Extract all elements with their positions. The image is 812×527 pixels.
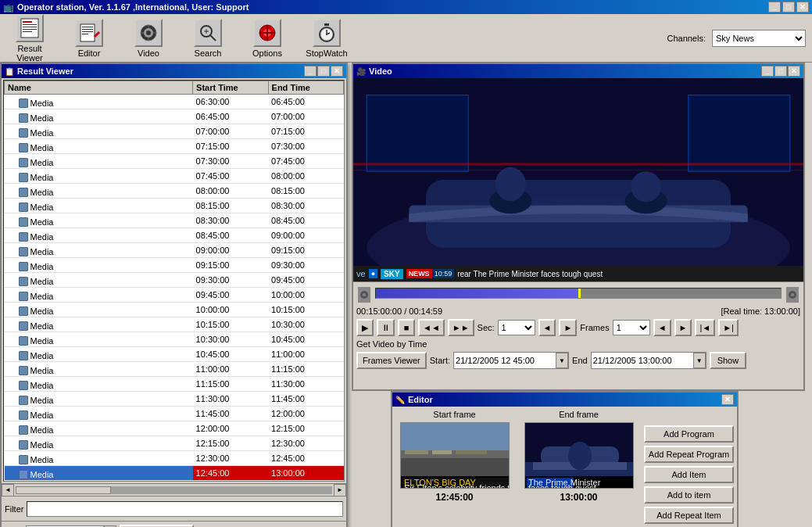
minimize-btn[interactable]: _ (768, 2, 781, 13)
refresh-viewer-btn[interactable]: Refresh Viewer (120, 525, 194, 528)
tool-search[interactable]: Search (184, 19, 231, 58)
add-program-btn[interactable]: Add Program (644, 425, 734, 443)
stop-btn[interactable]: ■ (398, 319, 415, 336)
tool-result-viewer[interactable]: Result Viewer (6, 14, 53, 63)
tool-stopwatch[interactable]: StopWatch (303, 19, 350, 58)
rv-close[interactable]: ✕ (331, 66, 343, 77)
table-row[interactable]: Media08:00:0008:15:00 (5, 184, 344, 199)
table-row[interactable]: Media09:45:0010:00:00 (5, 288, 344, 303)
close-btn[interactable]: ✕ (796, 2, 809, 13)
add-repeat-item-btn[interactable]: Add Repeat Item (644, 507, 734, 524)
table-row[interactable]: Media10:45:0011:00:00 (5, 347, 344, 362)
channel-select[interactable]: Sky News (712, 30, 806, 47)
table-row[interactable]: Media08:30:0008:45:00 (5, 213, 344, 228)
frame-back-btn[interactable]: ◄ (653, 319, 671, 336)
ed-close[interactable]: ✕ (721, 394, 734, 405)
frames-select[interactable]: 1 (613, 320, 650, 335)
rv-minimize[interactable]: _ (304, 66, 317, 77)
cell-name: Media (5, 317, 193, 332)
svg-rect-39 (353, 163, 803, 165)
table-row[interactable]: Media08:45:0009:00:00 (5, 228, 344, 243)
step-fwd-btn[interactable]: ► (559, 319, 577, 336)
table-row[interactable]: Media10:00:0010:15:00 (5, 303, 344, 317)
maximize-btn[interactable]: □ (782, 2, 795, 13)
svg-rect-7 (82, 27, 93, 27)
col-name[interactable]: Name (5, 81, 193, 95)
rewind-btn[interactable]: ◄◄ (418, 319, 445, 336)
cell-start: 06:30:00 (193, 95, 268, 109)
sky-logo: SKY (381, 269, 403, 279)
scroll-left[interactable]: ◄ (2, 484, 14, 497)
end-datetime-input[interactable] (592, 353, 693, 368)
table-row[interactable]: Media09:00:0009:15:00 (5, 243, 344, 258)
scroll-right[interactable]: ► (334, 484, 346, 497)
vid-minimize[interactable]: _ (761, 66, 774, 77)
add-item-btn[interactable]: Add Item (644, 466, 734, 483)
table-row[interactable]: Media11:00:0011:15:00 (5, 362, 344, 377)
table-row[interactable]: Media07:45:0008:00:00 (5, 169, 344, 184)
tool-options[interactable]: Options (244, 19, 291, 58)
video-controls: _ □ ✕ (761, 66, 800, 77)
table-row[interactable]: Media06:30:0006:45:00 (5, 95, 344, 109)
vid-close[interactable]: ✕ (788, 66, 800, 77)
table-row[interactable]: Media10:15:0010:30:00 (5, 317, 344, 332)
show-btn[interactable]: Show (710, 352, 747, 369)
go-end-btn[interactable]: ►| (718, 319, 739, 336)
table-row[interactable]: Media12:15:0012:30:00 (5, 436, 344, 451)
forward-btn[interactable]: ►► (448, 319, 474, 336)
play-btn[interactable]: ▶ (356, 319, 374, 336)
cell-start: 10:00:00 (193, 303, 268, 317)
filter-input[interactable] (27, 501, 343, 517)
sec-select[interactable]: 1 (498, 320, 535, 335)
table-row[interactable]: Media10:30:0010:45:00 (5, 332, 344, 347)
start-datetime-dropdown[interactable]: ▼ (556, 353, 568, 368)
pause-btn[interactable]: ⏸ (377, 319, 395, 336)
col-start[interactable]: Start Time (193, 81, 268, 95)
svg-rect-27 (324, 23, 329, 26)
table-row[interactable]: Media13:00:0013:00:57 (5, 481, 344, 482)
table-row[interactable]: Media07:00:0007:15:00 (5, 124, 344, 139)
table-row[interactable]: Media11:45:0012:00:00 (5, 407, 344, 421)
editor-window: ✏️ Editor ✕ Start frame (391, 391, 739, 527)
cell-end: 13:00:57 (268, 481, 343, 482)
tool-editor[interactable]: Editor (66, 19, 113, 58)
table-row[interactable]: Media11:15:0011:30:00 (5, 377, 344, 392)
table-row[interactable]: Media12:45:0013:00:00 (5, 466, 344, 481)
table-row[interactable]: Media07:30:0007:45:00 (5, 154, 344, 169)
col-end[interactable]: End Time (268, 81, 343, 95)
cell-name: Media (5, 481, 193, 482)
svg-point-43 (495, 167, 526, 201)
vid-maximize[interactable]: □ (774, 66, 787, 77)
cell-name: Media (5, 377, 193, 392)
cell-start: 12:00:00 (193, 421, 268, 436)
add-to-item-btn[interactable]: Add to item (644, 486, 734, 504)
end-datetime-dropdown[interactable]: ▼ (693, 353, 706, 368)
table-row[interactable]: Media06:45:0007:00:00 (5, 109, 344, 124)
horizontal-scrollbar[interactable]: ◄ ► (2, 483, 346, 496)
cell-end: 09:15:00 (268, 243, 343, 258)
progress-bar[interactable] (375, 288, 782, 299)
filter-label: Filter (5, 504, 23, 514)
table-row[interactable]: Media07:15:0007:30:00 (5, 139, 344, 154)
cell-end: 08:00:00 (268, 169, 343, 184)
cell-name: Media (5, 288, 193, 303)
table-row[interactable]: Media12:30:0012:45:00 (5, 451, 344, 466)
tool-video[interactable]: Video (125, 19, 172, 58)
editor-label: Editor (78, 48, 101, 58)
result-table-container[interactable]: Name Start Time End Time Media06:30:0006… (3, 80, 345, 482)
table-row[interactable]: Media09:30:0009:45:00 (5, 273, 344, 288)
step-back-btn[interactable]: ◄ (538, 319, 556, 336)
scroll-thumb[interactable] (16, 486, 111, 494)
table-row[interactable]: Media12:00:0012:15:00 (5, 421, 344, 436)
table-row[interactable]: Media11:30:0011:45:00 (5, 392, 344, 407)
search-icon (194, 19, 222, 47)
start-datetime-input[interactable] (454, 353, 556, 368)
frame-fwd-btn[interactable]: ► (674, 319, 692, 336)
add-repeat-program-btn[interactable]: Add Repeat Program (644, 446, 734, 463)
frames-viewer-btn[interactable]: Frames Viewer (356, 352, 427, 369)
table-row[interactable]: Media09:15:0009:30:00 (5, 258, 344, 273)
table-row[interactable]: Media08:15:0008:30:00 (5, 199, 344, 213)
cell-start: 08:45:00 (193, 228, 268, 243)
rv-maximize[interactable]: □ (317, 66, 330, 77)
go-start-btn[interactable]: |◄ (695, 319, 715, 336)
